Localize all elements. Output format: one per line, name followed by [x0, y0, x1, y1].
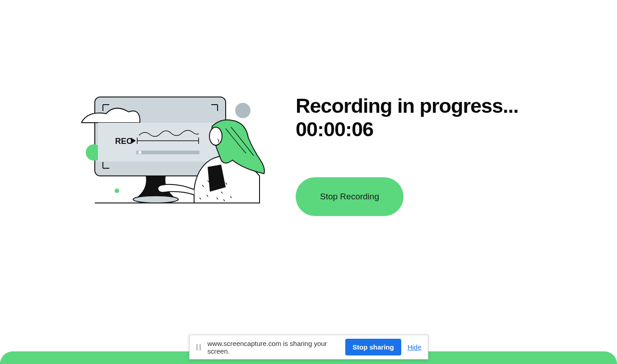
svg-rect-25 [196, 344, 198, 350]
pause-icon [196, 344, 201, 350]
stop-sharing-button[interactable]: Stop sharing [345, 339, 401, 355]
svg-point-3 [235, 103, 251, 118]
recording-illustration: REC [81, 95, 271, 207]
svg-point-10 [138, 151, 142, 154]
hide-link[interactable]: Hide [408, 343, 422, 351]
recording-title: Recording in progress... [296, 95, 519, 117]
main-content: REC [0, 0, 617, 216]
svg-point-24 [209, 127, 222, 145]
svg-point-1 [115, 189, 119, 193]
svg-point-11 [133, 196, 178, 203]
svg-rect-26 [199, 344, 201, 350]
screen-share-dialog: www.screencapture.com is sharing your sc… [189, 335, 428, 359]
svg-rect-9 [136, 151, 199, 154]
stop-recording-button[interactable]: Stop Recording [296, 177, 404, 216]
recording-timer: 00:00:06 [296, 118, 519, 141]
text-section: Recording in progress... 00:00:06 Stop R… [296, 95, 519, 216]
rec-label: REC [115, 137, 132, 146]
share-message: www.screencapture.com is sharing your sc… [208, 340, 345, 355]
